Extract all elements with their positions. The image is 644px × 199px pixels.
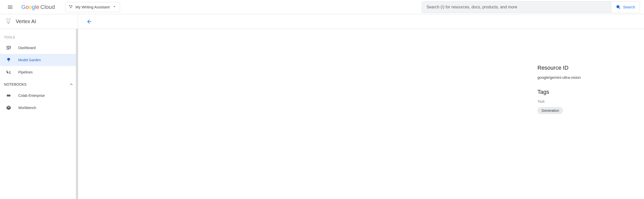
- svg-point-2: [70, 7, 71, 8]
- svg-point-11: [9, 19, 9, 20]
- back-area: [78, 14, 100, 29]
- caret-down-icon: [112, 4, 117, 10]
- section-label-tools: TOOLS: [0, 32, 78, 42]
- svg-point-0: [69, 5, 71, 6]
- sidebar-item-model-garden[interactable]: Model Garden: [0, 54, 78, 66]
- search-button-label: Search: [623, 5, 635, 9]
- resource-id-heading: Resource ID: [537, 65, 634, 71]
- hamburger-menu-button[interactable]: [4, 1, 16, 13]
- svg-rect-18: [10, 46, 10, 49]
- project-selector[interactable]: My Writing Assistant: [65, 2, 120, 12]
- svg-point-12: [10, 19, 11, 20]
- sidebar-item-label: Colab Enterprise: [18, 94, 45, 98]
- project-icon: [69, 4, 73, 10]
- search-input[interactable]: [427, 5, 606, 9]
- tag-chip-generation[interactable]: Generation: [537, 107, 563, 114]
- pipelines-icon: [6, 70, 11, 75]
- svg-point-3: [617, 5, 619, 8]
- logo-letter: o: [29, 4, 32, 10]
- svg-point-10: [7, 19, 8, 20]
- sidebar-item-pipelines[interactable]: Pipelines: [0, 66, 78, 78]
- search-bar: Search: [422, 1, 640, 13]
- logo-cloud-text: Cloud: [40, 4, 55, 10]
- section-label-notebooks: NOTEBOOKS: [4, 82, 27, 86]
- chevron-up-icon: [69, 82, 74, 87]
- logo-letter: o: [26, 4, 29, 10]
- svg-point-7: [9, 18, 9, 19]
- service-title: Vertex AI: [16, 19, 36, 24]
- section-header-notebooks[interactable]: NOTEBOOKS: [0, 78, 78, 89]
- search-icon: [616, 5, 621, 10]
- svg-rect-16: [7, 46, 8, 48]
- content-spacer: [88, 39, 537, 189]
- sidebar-item-dashboard[interactable]: Dashboard: [0, 42, 78, 54]
- workbench-icon: [6, 105, 11, 110]
- svg-point-9: [6, 19, 7, 20]
- svg-point-22: [9, 95, 10, 97]
- sidebar-item-colab-enterprise[interactable]: Colab Enterprise: [0, 89, 78, 102]
- sidebar-item-label: Dashboard: [18, 46, 36, 50]
- svg-rect-17: [8, 46, 9, 47]
- svg-rect-19: [7, 49, 8, 50]
- hamburger-icon: [7, 4, 13, 10]
- vertex-ai-icon: [5, 17, 12, 26]
- search-button[interactable]: Search: [611, 2, 640, 13]
- svg-point-6: [7, 18, 8, 19]
- tags-heading: Tags: [537, 89, 634, 95]
- back-button[interactable]: [84, 17, 94, 27]
- task-sublabel: Task: [537, 99, 634, 103]
- search-input-area: [422, 2, 611, 13]
- dashboard-icon: [6, 45, 11, 50]
- svg-point-15: [9, 21, 10, 21]
- service-title-area: Vertex AI: [0, 14, 78, 29]
- content: Resource ID google/gemini-ultra-vision T…: [78, 29, 644, 199]
- model-garden-icon: [6, 57, 11, 63]
- svg-point-8: [10, 18, 11, 19]
- svg-point-21: [7, 95, 9, 97]
- arrow-back-icon: [86, 19, 92, 25]
- header: G o o g l e Cloud My Writing Assistant S…: [0, 0, 644, 14]
- service-bar: Vertex AI: [0, 14, 644, 29]
- svg-rect-20: [8, 48, 9, 50]
- sidebar: TOOLS Dashboard Model Garden Pipelines N…: [0, 29, 78, 199]
- colab-icon: [6, 93, 11, 98]
- resource-id-value: google/gemini-ultra-vision: [537, 75, 634, 80]
- svg-point-14: [8, 21, 9, 21]
- svg-point-5: [6, 18, 7, 19]
- svg-line-4: [619, 8, 620, 9]
- logo-letter: e: [36, 4, 39, 10]
- sidebar-item-label: Model Garden: [18, 58, 41, 62]
- logo-letter: G: [21, 4, 26, 10]
- sidebar-item-label: Workbench: [18, 106, 36, 110]
- sidebar-item-label: Pipelines: [18, 70, 33, 74]
- google-cloud-logo[interactable]: G o o g l e Cloud: [21, 4, 55, 10]
- logo-letter: g: [32, 4, 35, 10]
- body: TOOLS Dashboard Model Garden Pipelines N…: [0, 29, 644, 199]
- svg-point-13: [7, 21, 8, 21]
- sidebar-scrollbar[interactable]: [76, 29, 78, 199]
- detail-panel: Resource ID google/gemini-ultra-vision T…: [537, 39, 634, 189]
- sidebar-item-workbench[interactable]: Workbench: [0, 102, 78, 114]
- svg-point-1: [71, 5, 72, 6]
- project-name-label: My Writing Assistant: [76, 5, 110, 9]
